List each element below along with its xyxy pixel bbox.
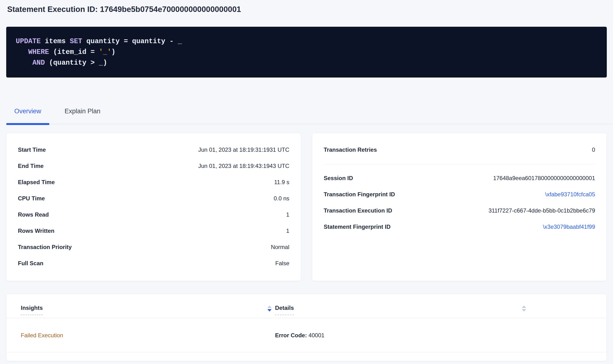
kv-label: Transaction Execution ID: [324, 207, 392, 214]
sql-text: quantity = quantity - _: [82, 38, 182, 45]
sql-keyword: UPDATE: [16, 38, 40, 45]
kv-value: Normal: [271, 244, 289, 250]
kv-label: CPU Time: [18, 195, 45, 202]
kv-row-elapsed-time: Elapsed Time 11.9 s: [18, 174, 289, 190]
kv-row-session-id: Session ID 17648a9eea6017800000000000000…: [324, 170, 595, 186]
kv-label: End Time: [18, 163, 44, 169]
kv-label: Rows Read: [18, 211, 49, 218]
identifiers-card: Transaction Retries 0 Session ID 17648a9…: [312, 133, 607, 281]
tab-overview[interactable]: Overview: [6, 108, 49, 124]
tab-label: Overview: [14, 108, 41, 115]
kv-label: Transaction Priority: [18, 244, 72, 250]
kv-label: Transaction Fingerprint ID: [324, 191, 395, 198]
sql-statement-box: UPDATE items SET quantity = quantity - _…: [6, 27, 607, 78]
sql-string-literal: '_': [99, 48, 111, 56]
header-cell-details: Details: [275, 305, 529, 315]
error-code-label: Error Code:: [275, 332, 307, 338]
header-cell-insights: Insights: [21, 305, 275, 315]
kv-value: 0: [592, 146, 595, 153]
kv-label: Statement Fingerprint ID: [324, 223, 390, 230]
kv-value: Jun 01, 2023 at 18:19:31:1931 UTC: [198, 146, 289, 153]
sql-indent: [16, 59, 32, 67]
kv-value: 311f7227-c667-4dde-b5bb-0c1b2bbe6c79: [488, 207, 595, 214]
kv-row-transaction-retries: Transaction Retries 0: [324, 142, 595, 158]
tab-label: Explain Plan: [65, 108, 101, 115]
kv-row-full-scan: Full Scan False: [18, 255, 289, 272]
sort-asc-icon: [267, 306, 272, 308]
kv-row-cpu-time: CPU Time 0.0 ns: [18, 190, 289, 207]
sql-keyword: WHERE: [28, 48, 49, 56]
sql-keyword: SET: [70, 38, 82, 45]
sort-desc-icon: [267, 309, 272, 312]
kv-row-end-time: End Time Jun 01, 2023 at 18:19:43:1943 U…: [18, 158, 289, 174]
kv-row-transaction-execution-id: Transaction Execution ID 311f7227-c667-4…: [324, 203, 595, 219]
sort-details-icon[interactable]: [522, 306, 526, 312]
summary-cards-row: Start Time Jun 01, 2023 at 18:19:31:1931…: [6, 133, 607, 281]
sql-text: (quantity > _): [45, 59, 107, 67]
kv-row-rows-written: Rows Written 1: [18, 223, 289, 239]
kv-row-transaction-priority: Transaction Priority Normal: [18, 239, 289, 255]
cell-insight: Failed Execution: [21, 332, 275, 339]
kv-row-rows-read: Rows Read 1: [18, 207, 289, 223]
sort-asc-icon: [522, 306, 526, 308]
kv-row-start-time: Start Time Jun 01, 2023 at 18:19:31:1931…: [18, 142, 289, 158]
divider: [324, 164, 595, 164]
column-header-details[interactable]: Details: [275, 305, 294, 315]
insights-table-card: Insights Details Failed Execution Error …: [6, 294, 607, 361]
sql-line: WHERE (item_id = '_'): [16, 47, 597, 57]
kv-value: 11.9 s: [274, 179, 289, 186]
sort-insights-icon[interactable]: [267, 306, 272, 312]
tab-explain-plan[interactable]: Explain Plan: [57, 108, 109, 124]
kv-label: Transaction Retries: [324, 146, 377, 153]
transaction-fingerprint-link[interactable]: \xfabe93710fcfca05: [545, 191, 595, 198]
page-title: Statement Execution ID: 17649be5b0754e70…: [7, 5, 607, 13]
kv-label: Session ID: [324, 175, 353, 182]
sql-text: ): [111, 48, 115, 56]
sql-keyword: AND: [32, 59, 45, 67]
insights-table-header: Insights Details: [6, 294, 607, 318]
kv-label: Rows Written: [18, 228, 54, 234]
kv-value: 17648a9eea6017800000000000000001: [493, 175, 595, 182]
sql-line: UPDATE items SET quantity = quantity - _: [16, 36, 597, 47]
kv-value: 1: [286, 211, 289, 218]
statement-fingerprint-link[interactable]: \x3e3079baabf41f99: [543, 223, 595, 230]
overview-card: Start Time Jun 01, 2023 at 18:19:31:1931…: [6, 133, 301, 281]
kv-label: Start Time: [18, 146, 46, 153]
sql-text: (item_id =: [49, 48, 99, 56]
kv-value: 1: [286, 228, 289, 234]
kv-label: Full Scan: [18, 260, 43, 267]
kv-label: Elapsed Time: [18, 179, 55, 186]
sql-indent: [16, 48, 28, 56]
sort-desc-icon: [522, 309, 526, 312]
cell-details: Error Code: 40001: [275, 332, 529, 339]
statement-execution-page: Statement Execution ID: 17649be5b0754e70…: [0, 5, 613, 361]
insight-type-text: Failed Execution: [21, 332, 63, 338]
kv-value: Jun 01, 2023 at 18:19:43:1943 UTC: [198, 163, 289, 169]
insights-table-row: Failed Execution Error Code: 40001: [6, 318, 607, 352]
kv-value: 0.0 ns: [274, 195, 289, 202]
error-code-value: 40001: [308, 332, 324, 338]
kv-value: False: [275, 260, 289, 267]
tab-bar: Overview Explain Plan: [6, 108, 613, 124]
kv-row-transaction-fingerprint-id: Transaction Fingerprint ID \xfabe93710fc…: [324, 186, 595, 203]
sql-text: items: [40, 38, 70, 45]
column-header-insights[interactable]: Insights: [21, 305, 43, 315]
kv-row-statement-fingerprint-id: Statement Fingerprint ID \x3e3079baabf41…: [324, 219, 595, 235]
sql-line: AND (quantity > _): [16, 57, 597, 68]
